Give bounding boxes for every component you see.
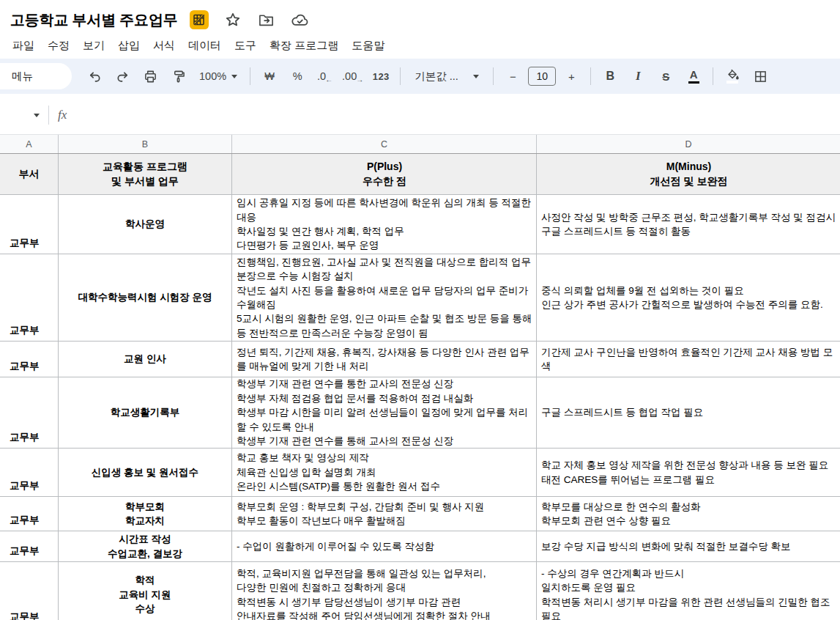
- borders-icon: [754, 70, 767, 83]
- formula-bar-divider: [48, 106, 49, 125]
- toolbar: 메뉴 100% ₩ % .0← .00→ 123: [0, 59, 840, 94]
- document-title[interactable]: 고등학교 부서별 주요업무: [10, 10, 178, 30]
- spreadsheet-grid: 부서 교육활동 프로그램 및 부서별 업무 P(Plus) 우수한 점 M(Mi…: [0, 154, 840, 620]
- cell-plus[interactable]: 학부모회 운영 : 학부모회 구성, 간담회 준비 및 행사 지원 학부모 활동…: [232, 497, 537, 531]
- menu-data[interactable]: 데이터: [182, 36, 228, 56]
- increase-decimal-icon: .00: [342, 70, 357, 82]
- cell-program[interactable]: 대학수학능력시험 시험장 운영: [59, 254, 232, 341]
- cell-plus-header[interactable]: P(Plus) 우수한 점: [232, 154, 537, 194]
- increase-decimal-button[interactable]: .00→: [342, 65, 364, 87]
- italic-icon: I: [636, 69, 641, 84]
- cell-plus[interactable]: 학생부 기재 관련 연수를 통한 교사의 전문성 신장 학생부 자체 점검용 협…: [232, 377, 537, 448]
- cell-plus[interactable]: 학교 홍보 책자 및 영상의 제작 체육관 신입생 입학 설명회 개최 온라인 …: [232, 449, 537, 496]
- cell-plus[interactable]: 진행책임, 진행요원, 고사실 교사 및 전직원을 대상으로 합리적 업무 분장…: [232, 254, 537, 341]
- title-bar: 고등학교 부서별 주요업무: [0, 0, 840, 34]
- toolbar-divider: [590, 67, 591, 85]
- cloud-saved-icon[interactable]: [291, 10, 310, 29]
- menu-edit[interactable]: 수정: [41, 36, 76, 56]
- cell-minus[interactable]: 보강 수당 지급 방식의 변화에 맞춰 적절한 보결수당 확보: [537, 531, 840, 561]
- menu-file[interactable]: 파일: [6, 36, 41, 56]
- menu-insert[interactable]: 삽입: [111, 36, 146, 56]
- cell-minus[interactable]: 학교 자체 홍보 영상 제작을 위한 전문성 향상과 내용 등 보완 필요 태전…: [537, 449, 840, 496]
- cell-minus[interactable]: 구글 스프레드시트 등 협업 작업 필요: [537, 377, 840, 448]
- chevron-down-icon: [473, 75, 479, 78]
- toolbar-divider: [713, 67, 713, 85]
- name-box[interactable]: [0, 114, 45, 117]
- table-row: 교무부 대학수학능력시험 시험장 운영 진행책임, 진행요원, 고사실 교사 및…: [0, 254, 840, 342]
- move-to-folder-icon[interactable]: [257, 10, 276, 29]
- strikethrough-icon: S: [662, 70, 669, 83]
- cell-program[interactable]: 교원 인사: [59, 342, 232, 377]
- menu-format[interactable]: 서식: [146, 36, 182, 56]
- format-percent-button[interactable]: %: [286, 65, 308, 87]
- print-button[interactable]: [139, 65, 161, 87]
- cell-dept[interactable]: 교무부: [0, 377, 59, 448]
- cell-program[interactable]: 학부모회 학교자치: [59, 497, 232, 531]
- table-row: 교무부 학교생활기록부 학생부 기재 관련 연수를 통한 교사의 전문성 신장 …: [0, 377, 840, 449]
- cell-dept-header[interactable]: 부서: [0, 154, 59, 194]
- cell-minus[interactable]: 학부모를 대상으로 한 연수의 활성화 학부모회 관련 연수 상향 필요: [537, 497, 840, 531]
- cell-dept[interactable]: 교무부: [0, 342, 59, 377]
- plus-icon: +: [568, 70, 575, 83]
- table-header-row: 부서 교육활동 프로그램 및 부서별 업무 P(Plus) 우수한 점 M(Mi…: [0, 154, 840, 195]
- spreadsheet-badge-icon: [190, 10, 209, 29]
- redo-button[interactable]: [111, 65, 133, 87]
- cell-program[interactable]: 학적 교육비 지원 수상: [59, 562, 232, 620]
- text-color-icon: A: [690, 69, 698, 80]
- cell-program[interactable]: 신입생 홍보 및 원서접수: [59, 449, 232, 496]
- more-formats-button[interactable]: 123: [370, 65, 392, 87]
- cell-dept[interactable]: 교무부: [0, 497, 59, 531]
- cell-plus[interactable]: 학적, 교육비지원 업무전담을 통해 일관성 있는 업무처리, 다양한 민원에 …: [232, 562, 537, 620]
- table-row: 교무부 신입생 홍보 및 원서접수 학교 홍보 책자 및 영상의 제작 체육관 …: [0, 449, 840, 497]
- column-header-a[interactable]: A: [0, 135, 59, 153]
- cell-dept[interactable]: 교무부: [0, 562, 59, 620]
- cell-minus[interactable]: 기간제 교사 구인난을 반영하여 효율적인 기간제 교사 채용 방법 모색: [537, 342, 840, 377]
- percent-icon: %: [293, 70, 302, 82]
- column-header-d[interactable]: D: [537, 135, 840, 153]
- cell-plus[interactable]: - 수업이 원활하게 이루어질 수 있도록 작성함: [232, 531, 537, 561]
- decrease-font-size-button[interactable]: −: [502, 65, 524, 87]
- bold-button[interactable]: B: [599, 65, 621, 87]
- paint-format-button[interactable]: [167, 65, 189, 87]
- bold-icon: B: [606, 70, 614, 83]
- cell-plus[interactable]: 정년 퇴직, 기간제 채용, 휴복직, 강사채용 등 다양한 인사 관련 업무를…: [232, 342, 537, 377]
- cell-minus[interactable]: 중식 의뢰할 업체를 9월 전 섭외하는 것이 필요 인근 상가 주변 공사가 …: [537, 254, 840, 341]
- zoom-control[interactable]: 100%: [195, 65, 242, 87]
- menu-help[interactable]: 도움말: [345, 36, 391, 56]
- column-header-b[interactable]: B: [59, 135, 232, 153]
- italic-button[interactable]: I: [627, 65, 649, 87]
- toolbar-divider: [250, 67, 250, 85]
- cell-program[interactable]: 시간표 작성 수업교환, 결보강: [59, 531, 232, 561]
- undo-button[interactable]: [83, 65, 105, 87]
- strikethrough-button[interactable]: S: [655, 65, 677, 87]
- cell-minus[interactable]: 사정안 작성 및 방학중 근무조 편성, 학교생활기록부 작성 및 점검시 구글…: [537, 195, 840, 254]
- font-size-input[interactable]: 10: [528, 67, 556, 86]
- increase-font-size-button[interactable]: +: [560, 65, 582, 87]
- star-icon[interactable]: [223, 10, 242, 29]
- decrease-decimal-button[interactable]: .0←: [314, 65, 336, 87]
- cell-program-header[interactable]: 교육활동 프로그램 및 부서별 업무: [59, 154, 232, 194]
- cell-minus[interactable]: - 수상의 경우 연간계획과 반드시 일치하도록 운영 필요 학적변동 처리시 …: [537, 562, 840, 620]
- cell-program[interactable]: 학교생활기록부: [59, 377, 232, 448]
- cell-plus[interactable]: 임시 공휴일 지정 등에 따른 학사변경에 학운위 심의 개최 등 적절한 대응…: [232, 195, 537, 254]
- font-selector[interactable]: 기본값 ...: [409, 65, 485, 87]
- paint-bucket-icon: [726, 69, 739, 80]
- cell-dept[interactable]: 교무부: [0, 254, 59, 341]
- menu-extensions[interactable]: 확장 프로그램: [263, 36, 345, 56]
- borders-button[interactable]: [749, 65, 771, 87]
- menu-view[interactable]: 보기: [76, 36, 111, 56]
- column-header-c[interactable]: C: [232, 135, 537, 153]
- format-currency-button[interactable]: ₩: [259, 65, 280, 87]
- zoom-value: 100%: [199, 70, 226, 82]
- cell-dept[interactable]: 교무부: [0, 195, 59, 254]
- cell-minus-header[interactable]: M(Minus) 개선점 및 보완점: [537, 154, 840, 194]
- fill-color-button[interactable]: [721, 65, 743, 87]
- fx-icon: fx: [58, 108, 67, 122]
- text-color-button[interactable]: A: [683, 65, 705, 87]
- cell-program[interactable]: 학사운영: [59, 195, 232, 254]
- cell-dept[interactable]: 교무부: [0, 531, 59, 561]
- search-menus-pill[interactable]: 메뉴: [0, 63, 72, 89]
- menu-tools[interactable]: 도구: [228, 36, 263, 56]
- chevron-down-icon: [231, 75, 237, 78]
- cell-dept[interactable]: 교무부: [0, 449, 59, 496]
